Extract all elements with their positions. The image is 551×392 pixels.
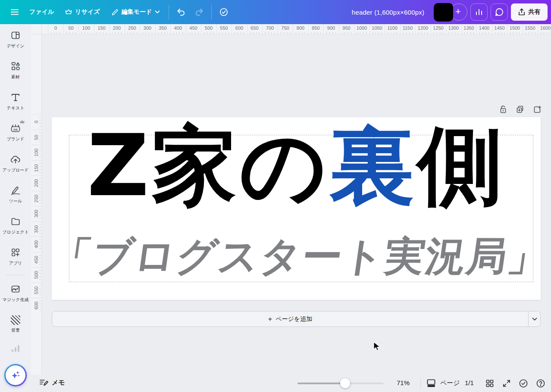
fullscreen-button[interactable] [501, 378, 512, 389]
share-button[interactable]: 共有 [511, 3, 548, 21]
add-page-label: ページを追加 [276, 315, 312, 323]
avatar[interactable] [434, 3, 453, 22]
title-segment: Z家の [87, 116, 329, 215]
ruler-tick-label: 1050 [372, 25, 382, 31]
sidebar-item-label: プロジェクト [2, 229, 28, 235]
ruler-tick-label: 500 [34, 271, 39, 279]
ruler-tick-label: 1100 [387, 25, 398, 31]
folder-icon [10, 216, 21, 227]
ruler-tick-label: 1400 [479, 25, 489, 31]
page-indicator: 1/1 [465, 379, 474, 386]
canvas-subtitle-text[interactable]: 「ブログスタート実況局」 [49, 234, 544, 278]
ruler-tick-label: 1000 [357, 25, 367, 31]
sidebar-item-design[interactable]: デザイン [0, 24, 31, 55]
sidebar-item-projects[interactable]: プロジェクト [0, 210, 31, 241]
cloud-save-status-button[interactable] [215, 3, 232, 21]
comments-button[interactable] [491, 3, 508, 21]
main-menu-button[interactable] [6, 3, 23, 21]
sidebar-item-magic-generate[interactable]: マジック生成 [0, 278, 31, 309]
horizontal-ruler: 0501001502002503003504004505005506006507… [42, 24, 551, 34]
unlock-icon[interactable] [499, 105, 507, 114]
ruler-tick-label: 550 [220, 25, 228, 31]
page-controls [499, 105, 542, 114]
pages-panel-button[interactable]: ページ [426, 378, 460, 388]
check-status-button[interactable] [518, 378, 529, 389]
ruler-tick-label: 100 [82, 25, 90, 31]
assistant-sparkle-button[interactable] [4, 364, 27, 386]
cloud-check-icon [219, 7, 229, 17]
sidebar-item-label: アプリ [9, 260, 22, 266]
pro-crown-icon [19, 120, 25, 124]
ruler-tick-label: 600 [34, 302, 39, 309]
sidebar-item-label: アップロード [2, 167, 28, 173]
sidebar-item-brand[interactable]: co ブランド [0, 117, 31, 148]
edit-mode-button[interactable]: 編集モード [106, 5, 166, 19]
redo-icon [194, 7, 204, 17]
notes-button[interactable]: メモ [39, 378, 65, 387]
ruler-tick-label: 750 [281, 25, 289, 31]
ruler-tick-label: 1600 [540, 25, 551, 31]
charts-icon[interactable] [0, 345, 31, 352]
ruler-tick-label: 350 [34, 225, 39, 233]
sidebar-item-label: デザイン [7, 43, 25, 49]
text-icon [10, 92, 21, 103]
undo-button[interactable] [172, 3, 190, 21]
apps-grid-icon [10, 247, 21, 258]
redo-button[interactable] [191, 3, 208, 21]
zoom-slider-fill [297, 383, 341, 384]
ruler-tick-label: 0 [54, 25, 57, 31]
sidebar-item-label: ツール [9, 198, 22, 204]
ruler-tick-label: 150 [97, 25, 105, 31]
draw-pen-icon [10, 185, 21, 196]
resize-label: リサイズ [75, 8, 100, 16]
statusbar-separator [420, 379, 421, 388]
file-menu-button[interactable]: ファイル [24, 5, 59, 19]
ruler-tick-label: 850 [312, 25, 319, 31]
pages-icon [426, 378, 436, 388]
ruler-tick-label: 300 [144, 25, 151, 31]
elements-shapes-icon [10, 61, 21, 72]
ruler-tick-label: 900 [327, 25, 335, 31]
zoom-slider-thumb[interactable] [340, 378, 350, 388]
design-icon [10, 30, 21, 40]
duplicate-page-icon[interactable] [516, 105, 524, 114]
sidebar-divider [6, 275, 25, 275]
sidebar-item-text[interactable]: テキスト [0, 86, 31, 117]
sparkles-icon [9, 369, 22, 382]
title-segment: 側 [417, 116, 505, 215]
crown-icon [65, 9, 72, 15]
share-label: 共有 [529, 8, 541, 16]
document-title[interactable]: header (1,600px×600px) [351, 9, 425, 16]
brand-kit-icon: co [10, 123, 21, 134]
ruler-tick-label: 550 [34, 286, 39, 294]
help-button[interactable] [535, 378, 546, 389]
zoom-level[interactable]: 71% [390, 379, 410, 386]
add-page-icon[interactable] [533, 105, 542, 114]
sidebar-item-uploads[interactable]: アップロード [0, 148, 31, 179]
canvas-page[interactable]: Z家の裏側 「ブログスタート実況局」 [52, 117, 541, 300]
comment-bubble-icon [495, 7, 504, 17]
resize-button[interactable]: リサイズ [60, 5, 105, 19]
insights-button[interactable] [470, 3, 488, 21]
top-toolbar: ファイル リサイズ 編集モード [0, 0, 551, 24]
canvas-title-text[interactable]: Z家の裏側 [52, 119, 541, 213]
sidebar-item-label: テキスト [7, 105, 25, 111]
sidebar-item-background[interactable]: 背景 [0, 309, 31, 340]
ruler-tick-label: 1300 [448, 25, 459, 31]
grid-view-button[interactable] [485, 378, 495, 389]
sidebar-item-apps[interactable]: アプリ [0, 241, 31, 272]
bar-chart-icon [475, 8, 483, 16]
ruler-tick-label: 250 [128, 25, 136, 31]
chevron-down-icon [532, 317, 537, 321]
edit-mode-label: 編集モード [122, 8, 152, 16]
ruler-tick-label: 1200 [418, 25, 428, 31]
sidebar-item-elements[interactable]: 素材 [0, 55, 31, 86]
canva-editor: ファイル リサイズ 編集モード [0, 0, 551, 392]
sidebar-item-tools[interactable]: ツール [0, 179, 31, 210]
toolbar-separator [211, 5, 212, 19]
ruler-tick-label: 50 [34, 134, 39, 140]
sidebar-item-label: 素材 [11, 74, 20, 80]
add-page-dropdown-button[interactable] [528, 311, 540, 327]
plus-icon: + [455, 7, 461, 16]
add-page-button[interactable]: + ページを追加 [52, 311, 528, 327]
